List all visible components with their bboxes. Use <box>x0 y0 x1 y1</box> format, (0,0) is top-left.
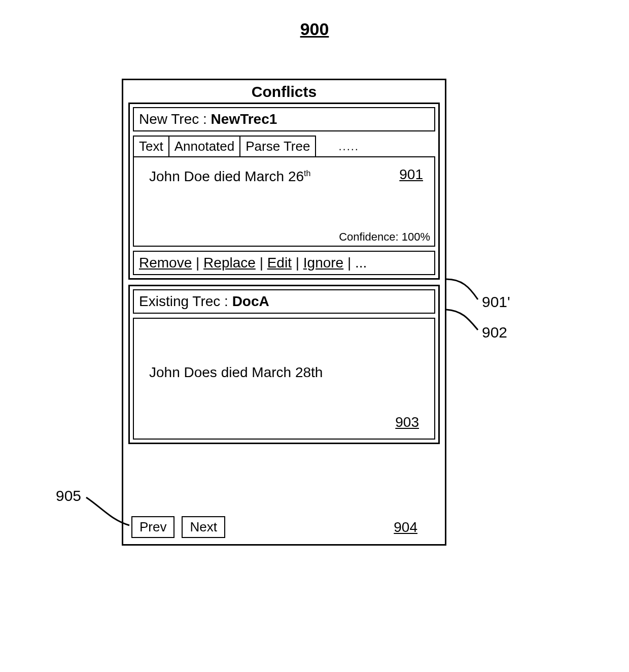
lead-lines <box>0 0 629 672</box>
